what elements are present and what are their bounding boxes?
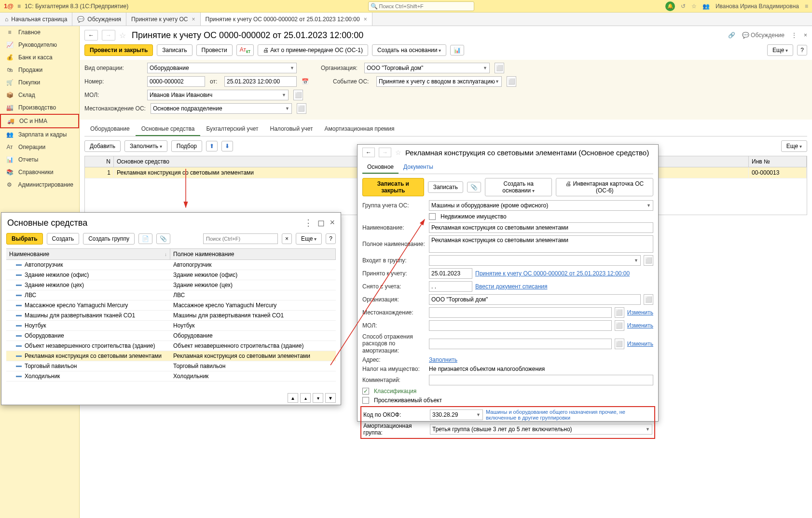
favorite-icon[interactable]: ☆	[119, 31, 126, 40]
event-open-button[interactable]: ⬜	[507, 76, 516, 87]
inner-tab-3[interactable]: Налоговый учет	[264, 123, 319, 136]
date-input[interactable]: 25.01.2023 12:00:00	[224, 76, 297, 87]
tab-home[interactable]: ⌂Начальная страница	[0, 13, 72, 26]
org-open-button[interactable]: ⬜	[495, 63, 504, 73]
first-button[interactable]: ▲	[288, 393, 298, 403]
up-button[interactable]: ▴	[300, 393, 311, 403]
sidebar-item-9[interactable]: АтОперации	[0, 141, 79, 153]
amort-group-combo[interactable]: Третья группа (свыше 3 лет до 5 лет вклю…	[430, 424, 652, 435]
create-group-button[interactable]: Создать группу	[83, 233, 135, 245]
link-icon[interactable]: 🔗	[728, 32, 735, 39]
list-item[interactable]: Объект незавершенного строительства (зда…	[6, 341, 336, 351]
list-item[interactable]: Здание нежилое (цех)Здание нежилое (цех)	[6, 280, 336, 290]
list-item[interactable]: ХолодильникХолодильник	[6, 371, 336, 382]
close-icon[interactable]: ×	[364, 16, 367, 23]
fullname-input[interactable]: Рекламная конструкция со световыми элеме…	[429, 235, 653, 253]
card-mol-open-button[interactable]: ⬜	[615, 320, 624, 331]
save-close-button[interactable]: Записать и закрыть	[362, 178, 424, 196]
user-name[interactable]: Иванова Ирина Владимировна	[716, 3, 799, 10]
card-location-input[interactable]	[429, 307, 612, 318]
mol-change-link[interactable]: Изменить	[627, 322, 653, 329]
list-item[interactable]: Здание нежилое (офис)Здание нежилое (офи…	[6, 270, 336, 280]
maximize-icon[interactable]: ◻	[317, 218, 325, 228]
mol-open-button[interactable]: ⬜	[293, 90, 303, 100]
create-based-button[interactable]: Создать на основании	[372, 44, 446, 56]
star-icon[interactable]: ☆	[691, 3, 697, 10]
card-org-open-button[interactable]: ⬜	[644, 294, 653, 305]
fill-button[interactable]: Заполнить	[124, 140, 167, 152]
sidebar-item-1[interactable]: 📈Руководителю	[0, 39, 79, 51]
list-item[interactable]: ЛВСЛВС	[6, 290, 336, 300]
report-button[interactable]: 📊	[450, 45, 464, 55]
inner-tab-4[interactable]: Амортизационная премия	[319, 123, 400, 136]
history-icon[interactable]: ↺	[681, 3, 686, 10]
col-header-name[interactable]: Наименование↓	[6, 249, 170, 259]
dt-kt-button[interactable]: Аткт	[236, 44, 254, 56]
list-item[interactable]: Торговый павильонТорговый павильон	[6, 361, 336, 371]
col-header-inv[interactable]: Инв №	[749, 156, 807, 167]
writeoff-link[interactable]: Ввести документ списания	[475, 283, 547, 290]
org-combo[interactable]: ООО "Торговый дом"▼	[364, 63, 490, 73]
select-button[interactable]: Выбрать	[6, 233, 43, 245]
list-item[interactable]: НоутбукНоутбук	[6, 321, 336, 331]
print-act-button[interactable]: 🖨 Акт о приеме-передаче ОС (ОС-1)	[258, 44, 368, 56]
sidebar-item-12[interactable]: ⚙Администрирование	[0, 178, 79, 191]
name-input[interactable]: Рекламная конструкция со световыми элеме…	[429, 222, 653, 233]
clear-search-button[interactable]: ×	[282, 233, 292, 244]
dialog-more-button[interactable]: Еще	[296, 233, 322, 245]
amort-method-open-button[interactable]: ⬜	[615, 339, 624, 349]
col-header-full[interactable]: Полное наименование	[170, 249, 336, 259]
close-icon[interactable]: ×	[804, 32, 807, 39]
tab-os-list[interactable]: Принятие к учету ОС×	[126, 13, 200, 26]
list-item[interactable]: Машины для развертывания тканей СО1Машин…	[6, 311, 336, 321]
save-button[interactable]: Записать	[157, 44, 192, 56]
trackable-checkbox[interactable]	[362, 397, 369, 404]
post-button[interactable]: Провести	[196, 44, 233, 56]
comment-input[interactable]	[429, 375, 653, 385]
card-mol-input[interactable]	[429, 320, 612, 331]
operation-type-combo[interactable]: Оборудование▼	[147, 63, 297, 73]
more-icon[interactable]: ⋮	[791, 32, 797, 39]
back-button[interactable]: ←	[362, 148, 375, 157]
mol-combo[interactable]: Иванов Иван Иванович▼	[147, 90, 289, 100]
location-open-button[interactable]: ⬜	[297, 103, 306, 114]
settings-icon[interactable]: ≡	[805, 3, 808, 10]
global-search-input[interactable]	[368, 1, 474, 11]
create-based-button[interactable]: Создать на основании	[485, 178, 552, 196]
list-item[interactable]: АвтопогрузчикАвтопогрузчик	[6, 260, 336, 270]
calendar-icon[interactable]: 📅	[302, 78, 309, 85]
bell-icon[interactable]: 🔔	[665, 1, 675, 11]
pick-button[interactable]: Подбор	[171, 140, 202, 152]
dialog-search-input[interactable]	[203, 233, 278, 244]
find-by-number-button[interactable]: 📄	[138, 233, 152, 244]
col-header-n[interactable]: N	[85, 156, 114, 167]
down-button[interactable]: ▾	[313, 393, 323, 403]
inner-tab-2[interactable]: Бухгалтерский учет	[200, 123, 264, 136]
post-close-button[interactable]: Провести и закрыть	[84, 44, 153, 56]
last-button[interactable]: ▼	[325, 393, 336, 403]
sidebar-item-5[interactable]: 📦Склад	[0, 89, 79, 101]
location-combo[interactable]: Основное подразделение▼	[151, 103, 292, 114]
inv-card-button[interactable]: 🖨 Инвентарная карточка ОС (ОС-6)	[556, 178, 653, 196]
location-change-link[interactable]: Изменить	[627, 309, 653, 316]
amort-change-link[interactable]: Изменить	[627, 341, 653, 347]
card-location-open-button[interactable]: ⬜	[615, 307, 624, 318]
more-button[interactable]: Еще	[781, 140, 807, 152]
close-icon[interactable]: ×	[192, 16, 195, 23]
inner-tab-0[interactable]: Оборудование	[84, 123, 136, 136]
in-group-open-button[interactable]: ⬜	[644, 255, 653, 266]
group-combo[interactable]: Машины и оборудование (кроме офисного)▼	[429, 200, 653, 211]
classification-checkbox[interactable]: ✓	[362, 388, 369, 395]
sidebar-item-7[interactable]: 🚚ОС и НМА	[0, 114, 79, 128]
accepted-doc-link[interactable]: Принятие к учету ОС 0000-000002 от 25.01…	[475, 270, 630, 277]
event-combo[interactable]: Принятие к учету с вводом в эксплуатацию…	[376, 76, 502, 87]
accepted-date-input[interactable]: 25.01.2023	[429, 268, 472, 279]
move-down-button[interactable]: ⬇	[221, 141, 233, 151]
sidebar-item-2[interactable]: 💰Банк и касса	[0, 51, 79, 64]
inner-tab-1[interactable]: Основные средства	[136, 123, 201, 136]
tab-discussions[interactable]: 💬Обсуждения	[72, 13, 126, 26]
sidebar-item-11[interactable]: 📚Справочники	[0, 166, 79, 178]
add-button[interactable]: Добавить	[84, 140, 121, 152]
list-item[interactable]: ОборудованиеОборудование	[6, 331, 336, 341]
close-icon[interactable]: ×	[330, 218, 335, 228]
